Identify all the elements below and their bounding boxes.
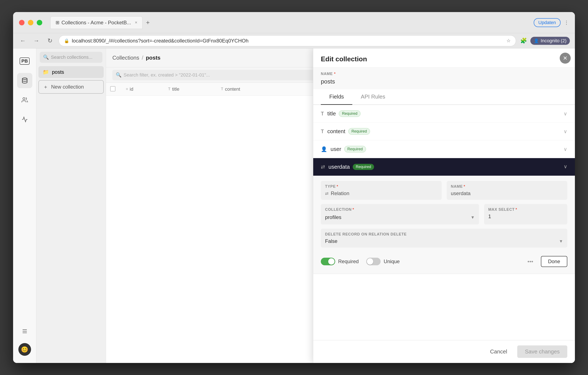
url-actions: 🧩 👤 Incognito (2) — [520, 37, 570, 45]
name-required-star: * — [334, 72, 336, 76]
left-nav: 🔍 Search collections... 📁 posts ＋ New co… — [36, 48, 106, 363]
chevron-down-icon-content: ∨ — [564, 129, 567, 134]
user-avatar[interactable]: 😊 — [18, 343, 31, 356]
collection-field: COLLECTION * profiles ▼ — [321, 204, 479, 224]
delete-record-label: DELETE RECORD ON RELATION DELETE — [325, 232, 563, 237]
type-required-star: * — [337, 184, 338, 189]
edit-panel-header: Edit collection ••• — [313, 48, 575, 67]
users-icon — [21, 97, 28, 103]
collection-maxselect-row: COLLECTION * profiles ▼ MAX SE — [321, 204, 567, 224]
refresh-button[interactable]: ↻ — [45, 36, 54, 45]
extensions-button[interactable]: 🧩 — [520, 37, 527, 44]
type-field: TYPE * ⇄ Relation — [321, 181, 442, 200]
chevron-down-icon-title: ∨ — [564, 111, 567, 117]
collection-dropdown-arrow: ▼ — [471, 215, 475, 220]
chevron-down-icon-user: ∨ — [564, 146, 567, 152]
close-traffic-light[interactable] — [19, 20, 24, 25]
edit-panel-title: Edit collection — [321, 55, 561, 63]
field-type-icon-title: T — [321, 111, 324, 117]
sidebar-logo-button[interactable]: PB — [17, 54, 32, 69]
select-all-checkbox[interactable] — [110, 86, 115, 91]
field-name-user: user — [331, 146, 341, 152]
max-select-required-star: * — [515, 207, 517, 212]
field-badge-title: Required — [339, 110, 360, 117]
tab-bar: ⊞ Collections - Acme - PocketB... × + — [50, 16, 530, 29]
collection-name-value[interactable]: posts — [321, 78, 567, 85]
app-logo: PB — [20, 57, 30, 65]
plus-icon: ＋ — [43, 84, 48, 90]
close-edit-panel-button[interactable]: ✕ — [560, 53, 571, 64]
tab-title: Collections - Acme - PocketB... — [62, 20, 131, 26]
breadcrumb-parent[interactable]: Collections — [112, 55, 139, 61]
name-expanded-label: NAME * — [451, 184, 563, 189]
collection-select[interactable]: profiles ▼ — [325, 213, 475, 221]
url-bar[interactable]: 🔒 localhost:8090/_/#/collections?sort=-c… — [59, 35, 516, 46]
breadcrumb: Collections / posts — [112, 55, 160, 61]
field-row-userdata[interactable]: ⇄ userdata Required ∧ — [313, 158, 575, 176]
search-collections-input[interactable]: 🔍 Search collections... — [40, 52, 102, 63]
breadcrumb-current: posts — [146, 55, 160, 61]
max-select-value: 1 — [488, 213, 563, 220]
unique-toggle[interactable] — [366, 258, 381, 265]
field-badge-user: Required — [344, 146, 366, 152]
cancel-button[interactable]: Cancel — [484, 345, 513, 358]
field-row-content[interactable]: T content Required ∨ — [313, 123, 575, 140]
lock-icon: 🔒 — [64, 38, 69, 43]
chevron-up-icon-userdata: ∧ — [564, 164, 567, 170]
edit-panel-body: T title Required ∨ T content Required ∨ — [313, 105, 575, 340]
edit-panel-tabs: Fields API Rules — [313, 89, 575, 105]
svg-point-1 — [23, 98, 25, 100]
update-button[interactable]: Updaten — [534, 18, 561, 27]
traffic-lights — [19, 20, 42, 25]
new-collection-button[interactable]: ＋ New collection — [38, 80, 104, 94]
tab-close-button[interactable]: × — [135, 20, 137, 25]
collection-name-section: NAME * posts — [313, 67, 575, 89]
save-changes-button[interactable]: Save changes — [517, 345, 567, 358]
done-button[interactable]: Done — [541, 256, 567, 267]
main-content: Collections / posts ⚙ ↺ 🔍 Search filter,… — [106, 48, 575, 363]
maximize-traffic-light[interactable] — [37, 20, 42, 25]
tab-api-rules[interactable]: API Rules — [352, 89, 394, 105]
sidebar-item-settings[interactable] — [17, 324, 32, 339]
sidebar-item-collections[interactable] — [17, 73, 32, 88]
id-type-icon: ⌗ — [126, 87, 128, 91]
field-row-user[interactable]: 👤 user Required ∨ — [313, 140, 575, 158]
field-row-title[interactable]: T title Required ∨ — [313, 105, 575, 123]
name-field-expanded[interactable]: NAME * userdata — [447, 181, 567, 200]
column-content-label: content — [225, 87, 240, 92]
field-type-icon-content: T — [321, 129, 324, 134]
collection-folder-icon: 📁 — [43, 69, 49, 75]
field-name-userdata: userdata — [328, 164, 350, 170]
tab-fields[interactable]: Fields — [321, 89, 352, 105]
profile-button[interactable]: 👤 Incognito (2) — [530, 37, 570, 45]
required-label: Required — [338, 259, 359, 265]
relation-icon: ⇄ — [325, 191, 329, 196]
edit-panel-footer: Cancel Save changes — [313, 340, 575, 363]
field-more-options-button[interactable]: ••• — [527, 258, 533, 265]
chart-icon — [21, 116, 28, 123]
sidebar-item-analytics[interactable] — [17, 112, 32, 127]
type-value: ⇄ Relation — [325, 190, 437, 196]
collection-name: posts — [52, 69, 64, 75]
max-select-field[interactable]: MAX SELECT * 1 — [484, 204, 567, 224]
back-button[interactable]: ← — [18, 36, 27, 45]
delete-record-dropdown-arrow: ▼ — [559, 239, 563, 244]
collection-required-star: * — [353, 207, 354, 212]
browser-menu-button[interactable]: ⋮ — [564, 20, 569, 26]
checkbox-column — [110, 86, 121, 92]
tab-icon: ⊞ — [55, 20, 59, 25]
browser-tab[interactable]: ⊞ Collections - Acme - PocketB... × — [50, 16, 143, 29]
required-toggle-item: Required — [321, 258, 359, 265]
minimize-traffic-light[interactable] — [28, 20, 33, 25]
unique-toggle-knob — [367, 258, 373, 265]
new-tab-button[interactable]: + — [144, 17, 151, 28]
nav-item-posts[interactable]: 📁 posts — [38, 66, 104, 78]
required-toggle[interactable] — [321, 258, 335, 265]
forward-button[interactable]: → — [32, 36, 41, 45]
app-content: PB 😊 🔍 Search collections... — [13, 48, 575, 363]
sidebar-item-users[interactable] — [17, 92, 32, 108]
column-header-content: T content — [216, 87, 275, 92]
delete-record-select[interactable]: False ▼ — [325, 238, 563, 244]
search-filter-icon: 🔍 — [116, 72, 121, 78]
profile-label: Incognito (2) — [541, 38, 567, 44]
